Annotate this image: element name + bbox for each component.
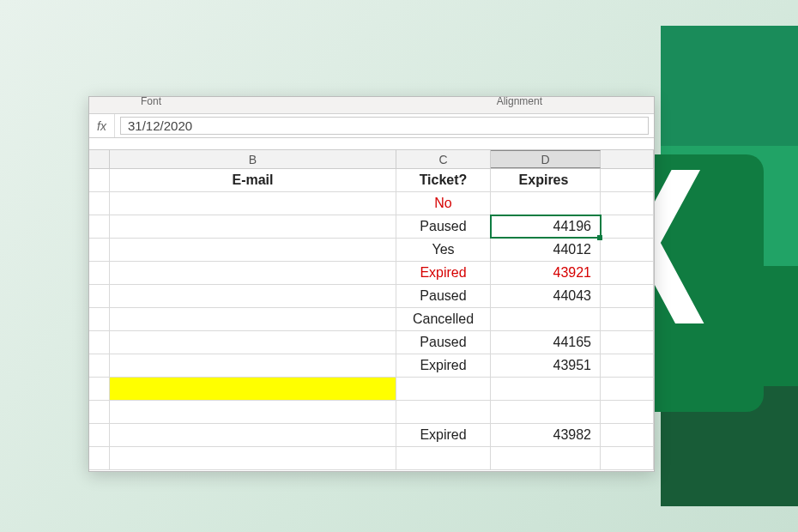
table-row: Yes44012 xyxy=(89,239,654,262)
cell-expires[interactable]: 44043 xyxy=(491,285,601,307)
cell-email[interactable] xyxy=(110,424,396,446)
fx-icon[interactable]: fx xyxy=(89,114,115,137)
table-row: Expired43951 xyxy=(89,354,654,378)
cell-expires[interactable]: 44165 xyxy=(491,331,601,354)
cell-ticket[interactable]: Expired xyxy=(396,262,491,284)
cell-ticket[interactable] xyxy=(396,447,491,469)
cell-email[interactable] xyxy=(110,262,396,284)
header-email[interactable]: E-mail xyxy=(110,169,396,191)
ribbon-group-alignment: Alignment xyxy=(497,96,542,107)
row-gutter[interactable] xyxy=(89,424,110,446)
header-expires[interactable]: Expires xyxy=(491,169,601,191)
row-gutter[interactable] xyxy=(89,262,110,284)
column-header-row: B C D xyxy=(89,150,654,169)
grid: E-mail Ticket? Expires NoPaused44196Yes4… xyxy=(89,169,654,470)
table-header-row: E-mail Ticket? Expires xyxy=(89,169,654,192)
cell-email[interactable] xyxy=(110,401,396,423)
row-gutter[interactable] xyxy=(89,215,110,238)
cell-email[interactable] xyxy=(110,378,396,400)
col-header-d[interactable]: D xyxy=(491,150,601,168)
cell-email[interactable] xyxy=(110,331,396,354)
table-row xyxy=(89,378,654,401)
cell-ticket[interactable]: Yes xyxy=(396,239,491,261)
cell-expires[interactable] xyxy=(491,308,601,330)
ribbon-group-font: Font xyxy=(141,96,161,107)
ribbon-bar: Font Alignment xyxy=(89,97,654,114)
col-header-c[interactable]: C xyxy=(396,150,491,168)
row-gutter[interactable] xyxy=(89,239,110,261)
spacer-row xyxy=(89,138,654,150)
col-header-rest xyxy=(601,150,654,168)
col-header-b[interactable]: B xyxy=(110,150,396,168)
cell-expires[interactable]: 43921 xyxy=(491,262,601,284)
cell-email[interactable] xyxy=(110,308,396,330)
cell-expires[interactable] xyxy=(491,378,601,400)
col-header-corner[interactable] xyxy=(89,150,110,168)
cell-ticket[interactable]: Paused xyxy=(396,285,491,307)
table-row xyxy=(89,447,654,470)
cell-expires[interactable] xyxy=(491,401,601,423)
row-gutter[interactable] xyxy=(89,354,110,377)
table-row: Paused44165 xyxy=(89,331,654,354)
row-gutter[interactable] xyxy=(89,401,110,423)
cell-expires[interactable]: 44196 xyxy=(491,215,601,238)
formula-input[interactable]: 31/12/2020 xyxy=(120,117,649,135)
cell-ticket[interactable]: Paused xyxy=(396,331,491,354)
cell-email[interactable] xyxy=(110,285,396,307)
table-row: Expired43921 xyxy=(89,262,654,285)
table-row: Expired43982 xyxy=(89,424,654,447)
row-gutter[interactable] xyxy=(89,285,110,307)
cell-email[interactable] xyxy=(110,239,396,261)
excel-window: Font Alignment fx 31/12/2020 B C D E-mai… xyxy=(88,96,655,472)
cell-email[interactable] xyxy=(110,354,396,377)
cell-ticket[interactable]: Expired xyxy=(396,354,491,377)
cell-ticket[interactable]: Expired xyxy=(396,424,491,446)
cell-ticket[interactable]: Paused xyxy=(396,215,491,238)
formula-bar: fx 31/12/2020 xyxy=(89,114,654,138)
cell-ticket[interactable]: No xyxy=(396,192,491,215)
cell-email[interactable] xyxy=(110,447,396,469)
table-row: Cancelled xyxy=(89,308,654,331)
cell-expires[interactable]: 43951 xyxy=(491,354,601,377)
table-row: No xyxy=(89,192,654,215)
cell-email[interactable] xyxy=(110,215,396,238)
table-row: Paused44196 xyxy=(89,215,654,239)
header-ticket[interactable]: Ticket? xyxy=(396,169,491,191)
cell-expires[interactable] xyxy=(491,192,601,215)
row-gutter[interactable] xyxy=(89,447,110,469)
row-gutter[interactable] xyxy=(89,378,110,400)
row-gutter[interactable] xyxy=(89,331,110,354)
cell-ticket[interactable] xyxy=(396,401,491,423)
cell-expires[interactable] xyxy=(491,447,601,469)
cell-email[interactable] xyxy=(110,192,396,215)
row-gutter[interactable] xyxy=(89,192,110,215)
table-row: Paused44043 xyxy=(89,285,654,308)
row-gutter[interactable] xyxy=(89,169,110,191)
fill-handle[interactable] xyxy=(597,235,602,240)
cell-ticket[interactable] xyxy=(396,378,491,400)
row-gutter[interactable] xyxy=(89,308,110,330)
cell-expires[interactable]: 43982 xyxy=(491,424,601,446)
cell-expires[interactable]: 44012 xyxy=(491,239,601,261)
table-row xyxy=(89,401,654,424)
cell-ticket[interactable]: Cancelled xyxy=(396,308,491,330)
